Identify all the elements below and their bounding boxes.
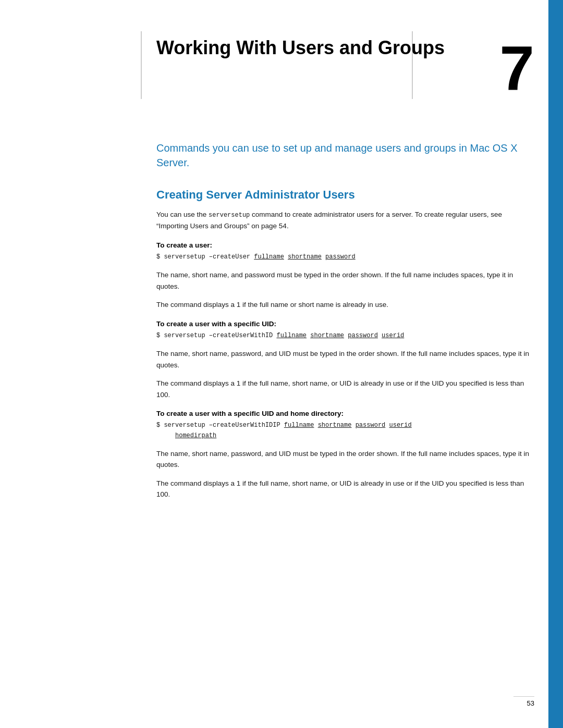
step2-param-userid: userid (382, 332, 404, 339)
step1-text2: The command displays a 1 if the full nam… (156, 299, 534, 311)
chapter-title: Working With Users and Groups (156, 36, 482, 59)
step2-text1: The name, short name, password, and UID … (156, 348, 534, 371)
step2-param-password: password (348, 332, 378, 339)
step3-param-userid: userid (389, 422, 411, 429)
step3-command: $ serversetup –createUserWithIDIP fullna… (156, 421, 534, 440)
step3-text1: The name, short name, password, and UID … (156, 448, 534, 471)
step3-param-fullname: fullname (284, 422, 314, 429)
step2-text2: The command displays a 1 if the full nam… (156, 378, 534, 400)
step2-command: $ serversetup –createUserWithID fullname… (156, 331, 534, 341)
step2-param-fullname: fullname (276, 332, 307, 339)
step1-param-fullname: fullname (254, 253, 284, 261)
step2-heading: To create a user with a specific UID: (156, 320, 534, 328)
chapter-number: 7 (482, 36, 534, 99)
main-content: Working With Users and Groups 7 Commands… (141, 31, 534, 549)
section-heading: Creating Server Administrator Users (156, 188, 534, 202)
step3-param-shortname: shortname (318, 422, 352, 429)
step1-text1: The name, short name, and password must … (156, 269, 534, 292)
step1-command: $ serversetup –createUser fullname short… (156, 252, 534, 262)
intro-text: You can use the serversetup command to c… (156, 209, 534, 232)
inline-code-serversetup: serversetup (209, 212, 250, 219)
step1-param-password: password (325, 253, 356, 261)
step2-param-shortname: shortname (310, 332, 344, 339)
step1-param-shortname: shortname (288, 253, 322, 261)
section-subtitle: Commands you can use to set up and manag… (156, 141, 534, 170)
step3-param-password: password (356, 422, 386, 429)
step3-heading: To create a user with a specific UID and… (156, 410, 534, 417)
step1-heading: To create a user: (156, 241, 534, 249)
step3-text2: The command displays a 1 if the full nam… (156, 478, 534, 500)
step3-param-homedirpath: homedirpath (175, 432, 216, 439)
right-sidebar-bar (548, 0, 563, 728)
page-container: Working With Users and Groups 7 Commands… (0, 0, 563, 728)
chapter-header: Working With Users and Groups 7 (156, 31, 534, 99)
page-number: 53 (513, 696, 534, 707)
